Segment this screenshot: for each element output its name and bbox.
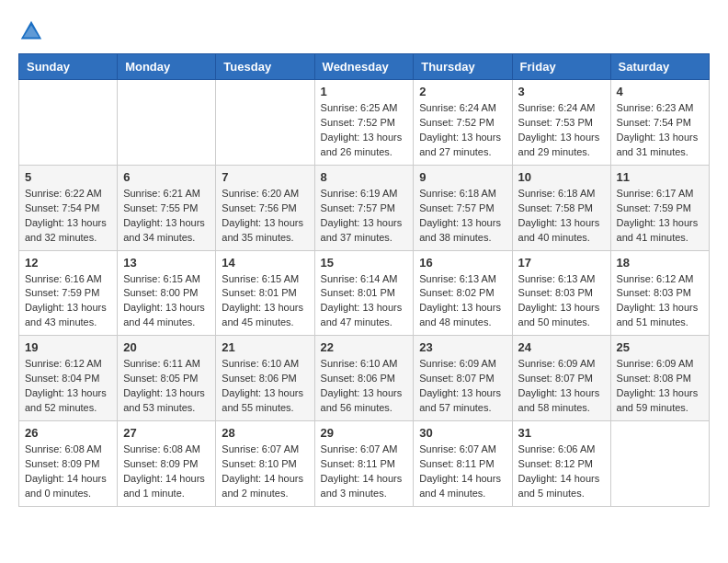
day-number: 30 — [419, 426, 506, 440]
calendar-cell: 4Sunrise: 6:23 AMSunset: 7:54 PMDaylight… — [610, 80, 709, 166]
day-number: 9 — [419, 170, 506, 184]
day-info: Sunrise: 6:09 AMSunset: 8:08 PMDaylight:… — [617, 357, 703, 416]
page-header — [18, 18, 710, 44]
day-number: 6 — [123, 170, 210, 184]
calendar-week-row: 19Sunrise: 6:12 AMSunset: 8:04 PMDayligh… — [19, 336, 710, 421]
calendar-cell: 23Sunrise: 6:09 AMSunset: 8:07 PMDayligh… — [414, 336, 512, 421]
day-info: Sunrise: 6:22 AMSunset: 7:54 PMDaylight:… — [25, 187, 111, 246]
day-number: 4 — [617, 85, 703, 98]
calendar-cell: 26Sunrise: 6:08 AMSunset: 8:09 PMDayligh… — [19, 421, 118, 507]
calendar-week-row: 5Sunrise: 6:22 AMSunset: 7:54 PMDaylight… — [19, 165, 710, 250]
day-info: Sunrise: 6:14 AMSunset: 8:01 PMDaylight:… — [321, 272, 408, 331]
day-info: Sunrise: 6:18 AMSunset: 7:57 PMDaylight:… — [419, 187, 506, 246]
day-number: 22 — [321, 340, 408, 354]
day-number: 2 — [419, 85, 506, 98]
day-info: Sunrise: 6:09 AMSunset: 8:07 PMDaylight:… — [518, 357, 605, 416]
day-info: Sunrise: 6:18 AMSunset: 7:58 PMDaylight:… — [518, 187, 605, 246]
logo-icon — [18, 18, 44, 44]
calendar-cell: 11Sunrise: 6:17 AMSunset: 7:59 PMDayligh… — [610, 165, 709, 250]
day-number: 27 — [123, 426, 210, 440]
day-info: Sunrise: 6:25 AMSunset: 7:52 PMDaylight:… — [321, 101, 408, 160]
calendar-cell: 21Sunrise: 6:10 AMSunset: 8:06 PMDayligh… — [216, 336, 314, 421]
calendar-week-row: 1Sunrise: 6:25 AMSunset: 7:52 PMDaylight… — [19, 80, 710, 166]
calendar-cell: 9Sunrise: 6:18 AMSunset: 7:57 PMDaylight… — [414, 165, 512, 250]
day-info: Sunrise: 6:24 AMSunset: 7:52 PMDaylight:… — [419, 101, 506, 160]
calendar-week-row: 26Sunrise: 6:08 AMSunset: 8:09 PMDayligh… — [19, 421, 710, 507]
weekday-header: Saturday — [610, 54, 709, 80]
day-number: 5 — [25, 170, 111, 184]
day-number: 21 — [222, 340, 308, 354]
calendar-cell: 22Sunrise: 6:10 AMSunset: 8:06 PMDayligh… — [314, 336, 414, 421]
day-info: Sunrise: 6:15 AMSunset: 8:00 PMDaylight:… — [123, 272, 210, 331]
day-number: 8 — [321, 170, 408, 184]
calendar-cell: 28Sunrise: 6:07 AMSunset: 8:10 PMDayligh… — [216, 421, 314, 507]
day-number: 20 — [123, 340, 210, 354]
day-number: 17 — [518, 256, 605, 270]
weekday-header-row: SundayMondayTuesdayWednesdayThursdayFrid… — [19, 54, 710, 80]
day-number: 15 — [321, 256, 408, 270]
day-number: 12 — [25, 256, 111, 270]
day-info: Sunrise: 6:17 AMSunset: 7:59 PMDaylight:… — [617, 187, 703, 246]
day-info: Sunrise: 6:07 AMSunset: 8:10 PMDaylight:… — [222, 442, 308, 501]
day-info: Sunrise: 6:11 AMSunset: 8:05 PMDaylight:… — [123, 357, 210, 416]
calendar-cell: 10Sunrise: 6:18 AMSunset: 7:58 PMDayligh… — [512, 165, 610, 250]
day-number: 11 — [617, 170, 703, 184]
day-number: 13 — [123, 256, 210, 270]
day-info: Sunrise: 6:12 AMSunset: 8:03 PMDaylight:… — [617, 272, 703, 331]
day-info: Sunrise: 6:07 AMSunset: 8:11 PMDaylight:… — [419, 442, 506, 501]
day-info: Sunrise: 6:19 AMSunset: 7:57 PMDaylight:… — [321, 187, 408, 246]
calendar-cell: 24Sunrise: 6:09 AMSunset: 8:07 PMDayligh… — [512, 336, 610, 421]
calendar-cell: 12Sunrise: 6:16 AMSunset: 7:59 PMDayligh… — [19, 250, 118, 336]
day-info: Sunrise: 6:16 AMSunset: 7:59 PMDaylight:… — [25, 272, 111, 331]
day-info: Sunrise: 6:06 AMSunset: 8:12 PMDaylight:… — [518, 442, 605, 501]
day-number: 10 — [518, 170, 605, 184]
calendar-cell: 16Sunrise: 6:13 AMSunset: 8:02 PMDayligh… — [414, 250, 512, 336]
calendar-cell: 19Sunrise: 6:12 AMSunset: 8:04 PMDayligh… — [19, 336, 118, 421]
calendar-cell: 15Sunrise: 6:14 AMSunset: 8:01 PMDayligh… — [314, 250, 414, 336]
day-number: 29 — [321, 426, 408, 440]
weekday-header: Monday — [118, 54, 216, 80]
day-number: 24 — [518, 340, 605, 354]
calendar-table: SundayMondayTuesdayWednesdayThursdayFrid… — [18, 53, 710, 507]
calendar-cell: 27Sunrise: 6:08 AMSunset: 8:09 PMDayligh… — [118, 421, 216, 507]
calendar-cell: 30Sunrise: 6:07 AMSunset: 8:11 PMDayligh… — [414, 421, 512, 507]
day-info: Sunrise: 6:07 AMSunset: 8:11 PMDaylight:… — [321, 442, 408, 501]
calendar-cell — [118, 80, 216, 166]
day-info: Sunrise: 6:20 AMSunset: 7:56 PMDaylight:… — [222, 187, 308, 246]
day-number: 1 — [321, 85, 408, 98]
day-number: 19 — [25, 340, 111, 354]
calendar-cell: 31Sunrise: 6:06 AMSunset: 8:12 PMDayligh… — [512, 421, 610, 507]
weekday-header: Friday — [512, 54, 610, 80]
day-number: 18 — [617, 256, 703, 270]
day-info: Sunrise: 6:13 AMSunset: 8:03 PMDaylight:… — [518, 272, 605, 331]
day-info: Sunrise: 6:09 AMSunset: 8:07 PMDaylight:… — [419, 357, 506, 416]
day-info: Sunrise: 6:23 AMSunset: 7:54 PMDaylight:… — [617, 101, 703, 160]
day-number: 28 — [222, 426, 308, 440]
logo — [18, 18, 48, 44]
day-info: Sunrise: 6:13 AMSunset: 8:02 PMDaylight:… — [419, 272, 506, 331]
day-number: 25 — [617, 340, 703, 354]
calendar-cell: 14Sunrise: 6:15 AMSunset: 8:01 PMDayligh… — [216, 250, 314, 336]
day-info: Sunrise: 6:08 AMSunset: 8:09 PMDaylight:… — [123, 442, 210, 501]
calendar-cell: 7Sunrise: 6:20 AMSunset: 7:56 PMDaylight… — [216, 165, 314, 250]
day-number: 16 — [419, 256, 506, 270]
calendar-cell: 20Sunrise: 6:11 AMSunset: 8:05 PMDayligh… — [118, 336, 216, 421]
calendar-cell: 2Sunrise: 6:24 AMSunset: 7:52 PMDaylight… — [414, 80, 512, 166]
day-number: 23 — [419, 340, 506, 354]
weekday-header: Tuesday — [216, 54, 314, 80]
calendar-cell — [19, 80, 118, 166]
day-number: 14 — [222, 256, 308, 270]
weekday-header: Sunday — [19, 54, 118, 80]
calendar-cell: 18Sunrise: 6:12 AMSunset: 8:03 PMDayligh… — [610, 250, 709, 336]
calendar-cell: 1Sunrise: 6:25 AMSunset: 7:52 PMDaylight… — [314, 80, 414, 166]
calendar-cell: 13Sunrise: 6:15 AMSunset: 8:00 PMDayligh… — [118, 250, 216, 336]
calendar-cell: 17Sunrise: 6:13 AMSunset: 8:03 PMDayligh… — [512, 250, 610, 336]
day-number: 26 — [25, 426, 111, 440]
calendar-cell — [216, 80, 314, 166]
calendar-cell: 3Sunrise: 6:24 AMSunset: 7:53 PMDaylight… — [512, 80, 610, 166]
calendar-cell: 8Sunrise: 6:19 AMSunset: 7:57 PMDaylight… — [314, 165, 414, 250]
calendar-cell: 25Sunrise: 6:09 AMSunset: 8:08 PMDayligh… — [610, 336, 709, 421]
day-info: Sunrise: 6:10 AMSunset: 8:06 PMDaylight:… — [222, 357, 308, 416]
day-info: Sunrise: 6:24 AMSunset: 7:53 PMDaylight:… — [518, 101, 605, 160]
weekday-header: Wednesday — [314, 54, 414, 80]
